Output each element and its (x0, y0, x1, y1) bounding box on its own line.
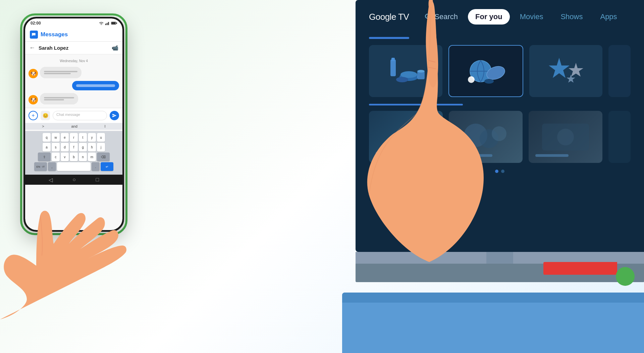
send-button[interactable] (110, 111, 119, 120)
back-arrow-icon[interactable]: ← (29, 44, 35, 51)
card-dark-1[interactable] (369, 111, 443, 163)
svg-rect-29 (116, 23, 117, 24)
gtv-content (356, 34, 644, 180)
key-v[interactable]: v (61, 152, 69, 161)
sent-content (76, 84, 115, 87)
cooking-icon (382, 53, 429, 90)
blur-content-2 (455, 117, 516, 157)
avatar-received: 🐶 (29, 69, 38, 78)
google-tv-logo-text: Google TV (369, 12, 409, 22)
home-nav-icon[interactable]: ○ (72, 177, 76, 183)
card-partial-2[interactable] (608, 111, 631, 163)
card-stars[interactable] (529, 45, 603, 97)
key-r[interactable]: r (70, 133, 78, 142)
key-g[interactable]: g (79, 143, 87, 151)
sports-icon (457, 53, 514, 90)
key-n[interactable]: n (79, 152, 87, 161)
nav-search[interactable]: Search (417, 9, 465, 25)
stars-icon (541, 53, 591, 90)
nav-apps[interactable]: Apps (593, 9, 624, 25)
svg-point-8 (417, 70, 425, 73)
message-row-received-1: 🐶 (29, 67, 119, 78)
key-w[interactable]: w (52, 133, 60, 142)
key-j[interactable]: j (97, 143, 105, 151)
key-h[interactable]: h (88, 143, 96, 151)
card-partial-1[interactable] (608, 45, 631, 97)
svg-point-22 (492, 126, 506, 141)
emoji-button[interactable]: 😊 (41, 111, 50, 120)
date-label: Wednesday, Nov 4 (29, 59, 119, 63)
dot-active (495, 170, 498, 173)
page-dots (369, 170, 631, 173)
for-you-label: For you (475, 12, 502, 21)
key-b[interactable]: b (70, 152, 78, 161)
bubble-sent (72, 81, 119, 90)
card-dark-3[interactable] (529, 111, 602, 163)
svg-marker-17 (549, 58, 570, 78)
suggestion-3[interactable]: I (105, 124, 106, 128)
card-sports[interactable] (448, 45, 523, 97)
message-row-received-2: 🐶 (29, 93, 119, 104)
card-dark-2[interactable] (449, 111, 523, 163)
section-bar (369, 37, 409, 39)
key-period[interactable]: . (92, 162, 100, 171)
svg-point-15 (468, 76, 475, 83)
messages-icon (30, 31, 38, 39)
svg-point-9 (396, 77, 408, 82)
dot-inactive (501, 170, 504, 173)
chat-input[interactable]: Chat message (53, 111, 107, 120)
key-q[interactable]: q (43, 133, 51, 142)
blur-content-3 (535, 117, 596, 157)
keyboard-row-4: EN · IT , . ↵ (26, 162, 121, 171)
key-shift[interactable]: ⇧ (38, 152, 51, 161)
bubble-received-2 (40, 93, 78, 104)
key-t[interactable]: t (79, 133, 87, 142)
messages-title: Messages (41, 31, 68, 38)
chat-body: Wednesday, Nov 4 🐶 (25, 54, 122, 108)
key-u[interactable]: u (97, 133, 105, 142)
suggestion-1[interactable]: > (42, 124, 44, 128)
desk (342, 293, 644, 353)
key-y[interactable]: y (88, 133, 96, 142)
key-lang[interactable]: EN · IT (34, 162, 47, 171)
key-enter[interactable]: ↵ (101, 162, 113, 171)
key-f[interactable]: f (70, 143, 78, 151)
gtv-row-1 (369, 45, 631, 97)
phone-screen: 02:00 (25, 18, 122, 230)
message-row-sent (29, 81, 119, 90)
key-m[interactable]: m (88, 152, 96, 161)
key-d[interactable]: d (61, 143, 69, 151)
svg-rect-4 (391, 58, 395, 61)
tv-stand-accent (543, 262, 617, 275)
key-backspace[interactable]: ⌫ (97, 152, 110, 161)
video-call-icon[interactable]: 📹 (112, 45, 118, 51)
tv-stand (356, 252, 644, 282)
keyboard-row-3: ⇧ c v b n m ⌫ (26, 152, 121, 161)
recents-nav-icon[interactable]: □ (96, 177, 99, 183)
svg-point-2 (427, 15, 428, 17)
keyboard-row-1: q w e r t y u (26, 133, 121, 142)
nav-shows[interactable]: Shows (553, 9, 590, 25)
nav-for-you[interactable]: For you (468, 9, 510, 25)
phone-status-bar: 02:00 (25, 18, 122, 28)
svg-rect-27 (108, 22, 109, 25)
key-space[interactable] (57, 162, 91, 171)
gtv-nav: Search For you Movies Shows Apps (417, 9, 631, 25)
add-attachment-button[interactable]: + (29, 111, 38, 120)
message-content-1 (44, 70, 77, 76)
card-cooking[interactable] (369, 45, 442, 97)
key-e[interactable]: e (61, 133, 69, 142)
conversation-header[interactable]: ← Sarah Lopez 📹 (25, 42, 122, 54)
keyboard-row-2: a s d f g h j (26, 143, 121, 151)
nav-movies[interactable]: Movies (513, 9, 551, 25)
key-comma[interactable]: , (48, 162, 56, 171)
chat-placeholder: Chat message (56, 113, 80, 117)
back-nav-icon[interactable]: ◁ (49, 177, 53, 183)
svg-rect-26 (107, 23, 108, 25)
key-c[interactable]: c (52, 152, 60, 161)
key-s[interactable]: s (52, 143, 60, 151)
apps-label: Apps (600, 12, 617, 21)
suggestion-2[interactable]: and (71, 124, 77, 128)
key-a[interactable]: a (43, 143, 51, 151)
message-content-2 (44, 96, 74, 102)
